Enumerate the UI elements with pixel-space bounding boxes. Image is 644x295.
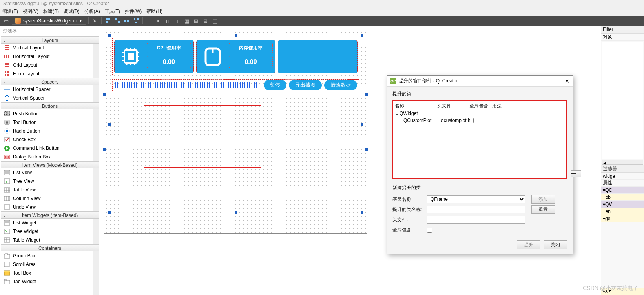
prop-row[interactable]: ▾ ge [601, 215, 644, 222]
promoted-class-input[interactable] [427, 206, 525, 213]
close-icon[interactable]: ✕ [565, 78, 569, 84]
add-button[interactable]: 添加 [531, 195, 555, 204]
widget-item[interactable]: Vertical Layout [1, 44, 99, 52]
section-itemviews[interactable]: ⌄Item Views (Model-Based) [1, 161, 99, 168]
tree-row-child[interactable]: QCustomPlot qcustomplot.h [395, 117, 565, 124]
menu-build[interactable]: 构建(B) [43, 8, 59, 15]
widget-item[interactable]: List Widget [1, 219, 99, 227]
widget-item[interactable]: Tool Box [1, 269, 99, 277]
highlighted-widget[interactable] [144, 105, 261, 168]
resize-handle[interactable] [365, 148, 368, 151]
edit-signals-icon[interactable] [113, 17, 121, 25]
section-containers[interactable]: ⌄Containers [1, 244, 99, 251]
layout-h-icon[interactable]: ≡ [145, 17, 153, 25]
layout-hsplit-icon[interactable]: ⫼ [164, 17, 172, 25]
resize-handle[interactable] [108, 34, 111, 37]
menu-view[interactable]: 视图(V) [23, 8, 38, 15]
widget-box[interactable]: ⌄Layouts Vertical Layout Horizontal Layo… [1, 36, 99, 295]
layout-v-icon[interactable]: ≡ [155, 17, 162, 25]
widget-item[interactable]: Horizontal Spacer [1, 85, 99, 94]
menu-debug[interactable]: 调试(D) [64, 8, 80, 15]
widget-item[interactable]: Grid Layout [1, 61, 99, 69]
menu-tools[interactable]: 工具(T) [105, 8, 120, 15]
break-layout-icon[interactable]: ⊟ [202, 17, 210, 25]
widget-filter-input[interactable] [1, 27, 99, 35]
widget-item[interactable]: Undo View [1, 203, 99, 211]
export-button[interactable]: 导出截图 [289, 80, 322, 90]
edit-buddies-icon[interactable] [123, 17, 131, 25]
widget-item[interactable]: Tab Widget [1, 277, 99, 286]
resize-handle[interactable] [361, 123, 363, 126]
close-icon[interactable]: ✕ [91, 17, 99, 25]
prop-section[interactable]: ▾ QC [601, 187, 644, 194]
remove-button[interactable]: — [571, 170, 581, 177]
scrollbar-h[interactable]: ◄ [602, 160, 643, 165]
menu-analyze[interactable]: 分析(A) [84, 8, 100, 15]
widget-item[interactable]: Check Box [1, 135, 99, 144]
resize-handle[interactable] [235, 34, 237, 37]
section-spacers[interactable]: ⌄Spacers [1, 78, 99, 85]
widget-item[interactable]: Table View [1, 186, 99, 194]
layout-form-icon[interactable]: ⊞ [192, 17, 200, 25]
file-tab[interactable]: systemStatisticsWidget.ui ▼ [12, 17, 86, 25]
layout-grid-icon[interactable]: ▦ [183, 17, 191, 25]
menu-edit[interactable]: 编辑(E) [2, 8, 18, 15]
header-file-input[interactable] [427, 216, 525, 224]
section-buttons[interactable]: ⌄Buttons [1, 102, 99, 109]
cpu-card[interactable]: CPU使用率 0.00 [114, 40, 194, 73]
section-itemwidgets[interactable]: ⌄Item Widgets (Item-Based) [1, 211, 99, 219]
resize-handle[interactable] [235, 211, 237, 214]
action-button-row[interactable]: 暂停 导出截图 清除数据 [112, 79, 359, 91]
form-canvas[interactable]: CPU使用率 0.00 内存使用率 0.00 暂停 [104, 30, 367, 234]
tree-row-parent[interactable]: ⌄QWidget [395, 110, 565, 117]
widget-item[interactable]: Horizontal Layout [1, 52, 99, 61]
resize-handle[interactable] [365, 93, 368, 96]
widget-item[interactable]: OKPush Button [1, 109, 99, 118]
edit-tab-order-icon[interactable] [132, 17, 140, 25]
pause-button[interactable]: 暂停 [264, 80, 286, 90]
resize-handle[interactable] [361, 34, 363, 37]
menu-help[interactable]: 帮助(H) [146, 8, 162, 15]
widget-item[interactable]: List View [1, 168, 99, 177]
global-include-checkbox[interactable] [473, 118, 478, 123]
dialog-titlebar[interactable]: QC 提升的窗口部件 - Qt Creator ✕ [387, 76, 573, 87]
horizontal-spacer-widget[interactable] [115, 82, 261, 88]
menu-widgets[interactable]: 控件(W) [125, 8, 142, 15]
prop-section[interactable]: ▾ QV [601, 201, 644, 208]
object-tree[interactable] [602, 42, 643, 159]
widget-item[interactable]: Table Widget [1, 236, 99, 244]
resize-handle[interactable] [103, 148, 106, 151]
widget-item[interactable]: Radio Button [1, 127, 99, 135]
widget-item[interactable]: Scroll Area [1, 260, 99, 269]
global-include-checkbox2[interactable] [427, 228, 432, 233]
resize-handle[interactable] [361, 211, 363, 214]
section-layouts[interactable]: ⌄Layouts [1, 36, 99, 44]
resize-handle[interactable] [103, 93, 106, 96]
prop-row[interactable]: widge [601, 173, 644, 180]
resize-handle[interactable] [108, 123, 111, 126]
reset-button[interactable]: 重置 [531, 205, 555, 214]
promoted-classes-tree[interactable]: 名称 头文件 全局包含 用法 ⌄QWidget QCustomPlot qcus… [392, 100, 567, 179]
close-button[interactable]: 关闭 [544, 240, 567, 249]
clear-button[interactable]: 清除数据 [324, 80, 357, 90]
widget-item[interactable]: Command Link Button [1, 144, 99, 153]
filter2-label[interactable]: 过滤器 [601, 165, 644, 173]
dropdown-icon[interactable]: ▼ [79, 19, 82, 23]
empty-card[interactable] [278, 40, 358, 73]
widget-item[interactable]: Tool Button [1, 118, 99, 127]
widget-item[interactable]: Tree Widget [1, 227, 99, 236]
filter-label[interactable]: Filter [601, 26, 644, 34]
widget-item[interactable]: Tree View [1, 177, 99, 186]
widget-item[interactable]: Form Layout [1, 69, 99, 78]
edit-widgets-icon[interactable] [104, 17, 112, 25]
widget-item[interactable]: Dialog Button Box [1, 153, 99, 161]
widget-item[interactable]: Group Box [1, 251, 99, 260]
prop-row[interactable]: en [601, 208, 644, 215]
adjust-size-icon[interactable]: ◫ [211, 17, 219, 25]
widget-item[interactable]: Column View [1, 194, 99, 203]
widget-item[interactable]: Vertical Spacer [1, 94, 99, 102]
prop-row[interactable]: ob [601, 194, 644, 201]
promote-button[interactable]: 提升 [517, 240, 540, 249]
resize-handle[interactable] [108, 211, 111, 214]
base-class-select[interactable]: QFrame [427, 195, 525, 203]
